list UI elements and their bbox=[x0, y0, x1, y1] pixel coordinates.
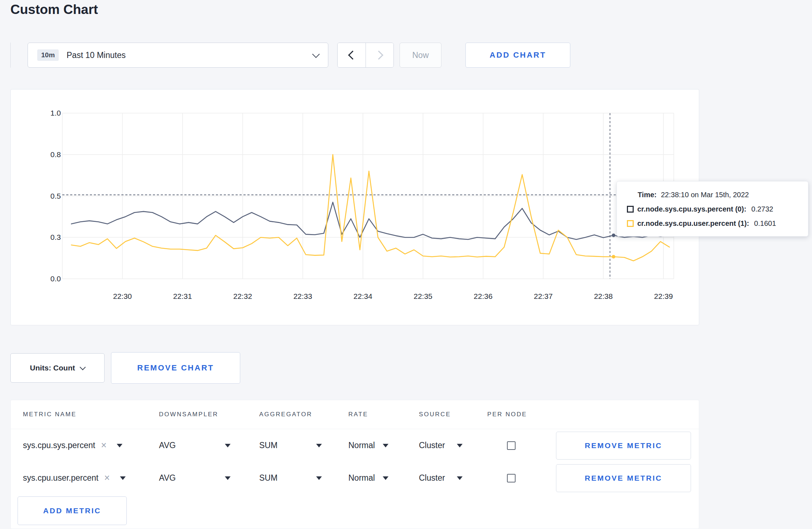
downsampler-value: AVG bbox=[159, 473, 176, 483]
svg-text:22:31: 22:31 bbox=[173, 292, 192, 300]
tooltip-series-row: cr.node.sys.cpu.user.percent (1): 0.1601 bbox=[627, 219, 798, 228]
tooltip-series-value: 0.1601 bbox=[754, 219, 776, 228]
caret-down-icon bbox=[457, 476, 463, 480]
aggregator-value: SUM bbox=[259, 473, 277, 483]
svg-text:0.8: 0.8 bbox=[50, 150, 61, 159]
metric-name-select[interactable]: sys.cpu.user.percent × bbox=[23, 473, 126, 483]
per-node-checkbox[interactable] bbox=[507, 474, 516, 482]
downsampler-select[interactable]: AVG bbox=[159, 473, 231, 483]
time-range-select[interactable]: 10m Past 10 Minutes bbox=[28, 43, 328, 68]
svg-text:22:30: 22:30 bbox=[113, 292, 132, 300]
tooltip-series-value: 0.2732 bbox=[751, 205, 773, 213]
svg-text:22:35: 22:35 bbox=[414, 292, 432, 300]
source-select[interactable]: Cluster bbox=[419, 473, 463, 483]
time-nav-group bbox=[337, 43, 394, 68]
caret-down-icon bbox=[316, 476, 322, 480]
chevron-down-icon bbox=[312, 50, 320, 58]
svg-text:22:38: 22:38 bbox=[594, 292, 613, 300]
source-value: Cluster bbox=[419, 473, 445, 483]
metric-name-select[interactable]: sys.cpu.sys.percent × bbox=[23, 441, 122, 450]
tooltip-time-label: Time: bbox=[638, 191, 657, 199]
svg-text:22:32: 22:32 bbox=[233, 292, 252, 300]
svg-text:22:39: 22:39 bbox=[654, 292, 673, 300]
col-header-per-node: PER NODE bbox=[487, 411, 556, 418]
chevron-left-icon bbox=[348, 50, 357, 59]
caret-down-icon bbox=[457, 444, 463, 447]
col-header-rate: RATE bbox=[348, 411, 419, 418]
prev-time-button[interactable] bbox=[338, 43, 366, 67]
svg-text:22:37: 22:37 bbox=[534, 292, 553, 300]
svg-text:22:33: 22:33 bbox=[293, 292, 312, 300]
toolbar-divider bbox=[10, 43, 11, 68]
sys-series-swatch-icon bbox=[627, 206, 634, 213]
add-metric-button[interactable]: ADD METRIC bbox=[18, 496, 127, 525]
metric-row: sys.cpu.user.percent × AVG SUM Normal Cl… bbox=[11, 462, 699, 494]
time-range-label: Past 10 Minutes bbox=[67, 50, 313, 60]
per-node-checkbox[interactable] bbox=[507, 441, 516, 450]
svg-text:0.3: 0.3 bbox=[50, 233, 61, 241]
tooltip-time-row: Time: 22:38:10 on Mar 15th, 2022 bbox=[627, 191, 798, 199]
caret-down-icon bbox=[120, 476, 126, 480]
downsampler-value: AVG bbox=[159, 441, 176, 450]
remove-chart-button[interactable]: REMOVE CHART bbox=[111, 352, 240, 384]
metric-row: sys.cpu.sys.percent × AVG SUM Normal Clu… bbox=[11, 429, 699, 462]
source-select[interactable]: Cluster bbox=[419, 441, 463, 450]
svg-text:0.0: 0.0 bbox=[50, 275, 61, 283]
next-time-button[interactable] bbox=[366, 43, 393, 67]
tooltip-series-name: cr.node.sys.cpu.user.percent (1): bbox=[637, 219, 749, 228]
remove-metric-button[interactable]: REMOVE METRIC bbox=[556, 432, 691, 460]
caret-down-icon bbox=[117, 444, 122, 447]
caret-down-icon bbox=[383, 476, 388, 480]
metrics-table-header: METRIC NAME DOWNSAMPLER AGGREGATOR RATE … bbox=[11, 400, 699, 429]
timeseries-chart[interactable]: 0.00.30.50.81.022:3022:3122:3222:3322:34… bbox=[11, 89, 699, 325]
page-title: Custom Chart bbox=[10, 2, 98, 17]
chart-card[interactable]: 0.00.30.50.81.022:3022:3122:3222:3322:34… bbox=[10, 89, 699, 325]
clear-metric-icon[interactable]: × bbox=[101, 441, 107, 450]
caret-down-icon bbox=[383, 444, 388, 447]
svg-text:22:36: 22:36 bbox=[474, 292, 493, 300]
remove-metric-button[interactable]: REMOVE METRIC bbox=[556, 464, 691, 492]
chart-controls-row: Units: Count REMOVE CHART bbox=[10, 352, 240, 384]
tooltip-series-name: cr.node.sys.cpu.sys.percent (0): bbox=[637, 205, 746, 213]
col-header-aggregator: AGGREGATOR bbox=[259, 411, 348, 418]
col-header-source: SOURCE bbox=[419, 411, 487, 418]
col-header-downsampler: DOWNSAMPLER bbox=[159, 411, 259, 418]
units-select[interactable]: Units: Count bbox=[10, 353, 105, 383]
rate-value: Normal bbox=[348, 441, 375, 450]
metric-name-value: sys.cpu.user.percent bbox=[23, 473, 98, 483]
rate-select[interactable]: Normal bbox=[348, 473, 388, 483]
aggregator-select[interactable]: SUM bbox=[259, 441, 322, 450]
caret-down-icon bbox=[225, 444, 231, 447]
tooltip-time-value: 22:38:10 on Mar 15th, 2022 bbox=[661, 191, 749, 199]
toolbar: 10m Past 10 Minutes Now ADD CHART bbox=[10, 43, 570, 68]
caret-down-icon bbox=[225, 476, 231, 480]
svg-text:1.0: 1.0 bbox=[50, 109, 61, 117]
add-chart-button[interactable]: ADD CHART bbox=[465, 43, 570, 68]
tooltip-series-row: cr.node.sys.cpu.sys.percent (0): 0.2732 bbox=[627, 205, 798, 213]
source-value: Cluster bbox=[419, 441, 445, 450]
rate-select[interactable]: Normal bbox=[348, 441, 388, 450]
aggregator-select[interactable]: SUM bbox=[259, 473, 322, 483]
aggregator-value: SUM bbox=[259, 441, 277, 450]
col-header-metric-name: METRIC NAME bbox=[23, 411, 159, 418]
rate-value: Normal bbox=[348, 473, 375, 483]
svg-text:0.5: 0.5 bbox=[50, 192, 61, 200]
chart-tooltip: Time: 22:38:10 on Mar 15th, 2022 cr.node… bbox=[617, 181, 808, 237]
svg-text:22:34: 22:34 bbox=[353, 292, 372, 300]
metric-name-value: sys.cpu.sys.percent bbox=[23, 441, 95, 450]
chevron-right-icon bbox=[374, 50, 383, 59]
custom-chart-page: Custom Chart 10m Past 10 Minutes Now ADD… bbox=[0, 0, 812, 529]
caret-down-icon bbox=[316, 444, 322, 447]
now-button[interactable]: Now bbox=[400, 43, 441, 68]
chevron-down-icon bbox=[80, 364, 86, 370]
clear-metric-icon[interactable]: × bbox=[104, 473, 110, 483]
time-range-badge: 10m bbox=[37, 49, 59, 61]
units-label: Units: Count bbox=[30, 364, 75, 372]
user-series-swatch-icon bbox=[627, 220, 634, 227]
metrics-table: METRIC NAME DOWNSAMPLER AGGREGATOR RATE … bbox=[10, 400, 699, 529]
downsampler-select[interactable]: AVG bbox=[159, 441, 231, 450]
